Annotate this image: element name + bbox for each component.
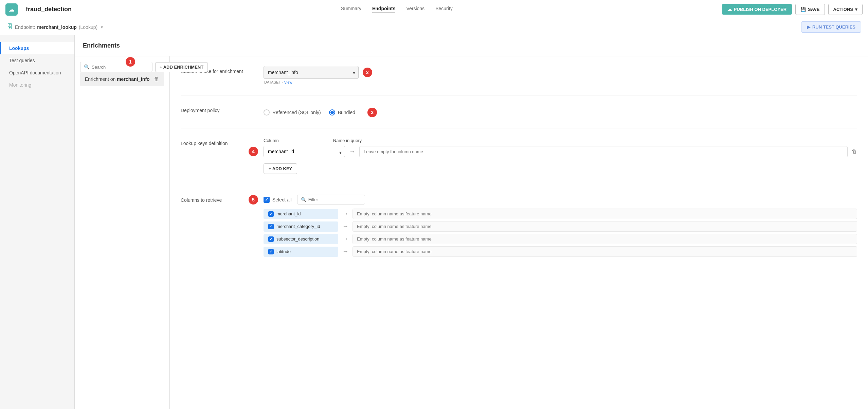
callout-badge-1: 1: [126, 57, 135, 67]
top-bar: ☁ fraud_detection Summary Endpoints Vers…: [0, 0, 868, 19]
tab-security[interactable]: Security: [435, 6, 453, 13]
lookup-keys-control: Column Name in query 4 merchant_id merch…: [264, 138, 857, 174]
tab-endpoints[interactable]: Endpoints: [372, 6, 395, 13]
arrow-right-icon: →: [342, 210, 348, 217]
name-in-query-input[interactable]: [359, 146, 848, 157]
deployment-field-control: Referenced (SQL only) Bundled 3: [264, 105, 857, 117]
filter-box[interactable]: 🔍: [297, 195, 365, 204]
endpoint-prefix-label: Endpoint:: [15, 24, 35, 30]
feature-name-input-3[interactable]: [352, 246, 857, 257]
column-checkbox-3: [268, 249, 274, 254]
radio-referenced[interactable]: Referenced (SQL only): [264, 109, 321, 115]
enrichment-list-item[interactable]: Enrichment on merchant_info 🗑: [80, 72, 164, 86]
columns-control: 5 Select all 🔍: [264, 195, 857, 259]
search-box[interactable]: 🔍: [80, 62, 152, 72]
tab-summary[interactable]: Summary: [341, 6, 361, 13]
column-chip-3[interactable]: latitude: [264, 247, 338, 257]
deployment-field-row: Deployment policy Referenced (SQL only) …: [181, 105, 857, 117]
column-row-1: merchant_category_id →: [264, 221, 857, 232]
column-chip-1[interactable]: merchant_category_id: [264, 221, 338, 232]
select-all-checkbox[interactable]: Select all: [264, 197, 292, 203]
search-icon: 🔍: [84, 64, 90, 70]
sidebar-item-test-queries[interactable]: Test queries: [0, 54, 74, 67]
chevron-down-icon: ▾: [855, 7, 857, 12]
columns-header-row: 5 Select all 🔍: [264, 195, 857, 204]
callout-badge-4: 4: [249, 147, 258, 156]
sub-bar: 🗄 Endpoint: merchant_lookup (Lookup) ▾ ▶…: [0, 19, 868, 35]
column-row-2: subsector_description →: [264, 234, 857, 244]
lookup-key-row: 4 merchant_id merchant_category_id subse…: [264, 146, 857, 157]
column-select-wrapper: merchant_id merchant_category_id subsect…: [264, 146, 345, 157]
play-icon: ▶: [807, 24, 810, 30]
dataset-select[interactable]: merchant_info: [264, 66, 359, 79]
detail-panel: Dataset to use for enrichment merchant_i…: [170, 56, 868, 409]
endpoint-type-label: (Lookup): [79, 24, 97, 30]
column-chip-0[interactable]: merchant_id: [264, 209, 338, 219]
feature-name-input-2[interactable]: [352, 234, 857, 244]
lookup-column-select[interactable]: merchant_id merchant_category_id subsect…: [264, 146, 345, 157]
sidebar: Lookups Test queries OpenAPI documentati…: [0, 35, 75, 409]
arrow-right-icon: →: [349, 148, 355, 155]
column-checkbox-1: [268, 224, 274, 229]
filter-input[interactable]: [308, 197, 365, 202]
column-row-0: merchant_id →: [264, 209, 857, 219]
column-checkbox-0: [268, 211, 274, 217]
feature-name-input-0[interactable]: [352, 209, 857, 219]
search-input[interactable]: [92, 65, 149, 70]
select-all-checkbox-box: [264, 197, 270, 203]
lookup-keys-field-row: Lookup keys definition Column Name in qu…: [181, 138, 857, 174]
enrichments-title: Enrichments: [75, 35, 868, 56]
column-chip-2[interactable]: subsector_description: [264, 234, 338, 244]
main-layout: Lookups Test queries OpenAPI documentati…: [0, 35, 868, 409]
dataset-field-control: merchant_info ▾ 2 DATASET - View: [264, 66, 857, 84]
run-test-queries-button[interactable]: ▶ RUN TEST QUERIES: [801, 21, 861, 33]
column-row-3: latitude →: [264, 246, 857, 257]
save-icon: 💾: [800, 7, 806, 12]
endpoint-name-label: merchant_lookup: [37, 24, 77, 30]
radio-circle-referenced: [264, 109, 270, 115]
feature-name-input-1[interactable]: [352, 221, 857, 232]
dataset-field-row: Dataset to use for enrichment merchant_i…: [181, 66, 857, 84]
search-add-row: 🔍 1 + ADD ENRICHMENT: [80, 62, 164, 72]
enrichment-item-label: Enrichment on merchant_info: [85, 76, 150, 82]
cloud-upload-icon: ☁: [727, 7, 732, 12]
callout-badge-3: 3: [367, 108, 377, 117]
radio-group: Referenced (SQL only) Bundled 3: [264, 105, 857, 117]
add-enrichment-button[interactable]: + ADD ENRICHMENT: [155, 62, 208, 72]
name-in-query-header: Name in query: [333, 138, 362, 143]
save-button[interactable]: 💾 SAVE: [795, 4, 825, 15]
lookup-keys-label: Lookup keys definition: [181, 138, 255, 146]
main-nav: Summary Endpoints Versions Security: [80, 6, 714, 13]
arrow-right-icon: →: [342, 248, 348, 255]
delete-key-button[interactable]: 🗑: [852, 148, 857, 155]
publish-button[interactable]: ☁ PUBLISH ON DEPLOYER: [722, 4, 792, 15]
callout-badge-5: 5: [249, 195, 258, 204]
chevron-down-icon[interactable]: ▾: [101, 25, 103, 30]
radio-bundled[interactable]: Bundled: [329, 109, 355, 115]
dataset-view-link[interactable]: View: [284, 80, 292, 84]
column-rows: merchant_id → merchant_category_id: [264, 209, 857, 257]
nav-actions: ☁ PUBLISH ON DEPLOYER 💾 SAVE ACTIONS ▾: [722, 4, 863, 15]
column-checkbox-2: [268, 236, 274, 242]
columns-label: Columns to retrieve: [181, 195, 255, 203]
callout-badge-2: 2: [363, 68, 372, 77]
delete-enrichment-button[interactable]: 🗑: [154, 76, 159, 82]
filter-search-icon: 🔍: [301, 197, 306, 202]
enrichments-list-panel: 🔍 1 + ADD ENRICHMENT Enrichment on merch…: [75, 56, 170, 409]
database-icon: 🗄: [7, 23, 13, 31]
tab-versions[interactable]: Versions: [406, 6, 424, 13]
actions-button[interactable]: ACTIONS ▾: [828, 4, 863, 15]
add-key-button[interactable]: + ADD KEY: [264, 163, 297, 174]
sidebar-item-openapi[interactable]: OpenAPI documentation: [0, 67, 74, 79]
content-area: Enrichments 🔍 1 + ADD ENRICHMENT Enrichm…: [75, 35, 868, 409]
sidebar-item-monitoring: Monitoring: [0, 79, 74, 91]
cloud-icon: ☁: [8, 6, 15, 13]
radio-circle-bundled: [329, 109, 335, 115]
app-icon: ☁: [5, 3, 18, 16]
app-title: fraud_detection: [26, 6, 72, 13]
sidebar-item-lookups[interactable]: Lookups: [0, 42, 74, 54]
arrow-right-icon: →: [342, 235, 348, 243]
enrichments-body: 🔍 1 + ADD ENRICHMENT Enrichment on merch…: [75, 56, 868, 409]
dataset-sub-label: DATASET - View: [264, 80, 857, 84]
column-header: Column: [264, 138, 279, 143]
